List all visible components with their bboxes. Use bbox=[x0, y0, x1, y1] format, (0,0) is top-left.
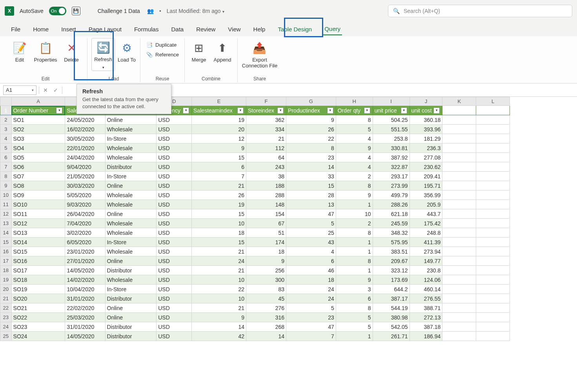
row-header[interactable]: 8 bbox=[0, 172, 12, 181]
cell[interactable]: 277.08 bbox=[410, 153, 442, 162]
cell[interactable] bbox=[476, 275, 510, 285]
cell[interactable]: Online bbox=[105, 181, 157, 191]
cell[interactable]: 24/05/2020 bbox=[65, 115, 105, 125]
cell[interactable] bbox=[442, 247, 476, 256]
document-name[interactable]: Challenge 1 Data bbox=[98, 8, 140, 14]
cell[interactable]: 9 bbox=[336, 191, 373, 200]
cell[interactable]: 4 bbox=[286, 247, 336, 256]
cell[interactable]: 209.41 bbox=[410, 172, 442, 181]
cell[interactable]: USD bbox=[157, 285, 192, 294]
cell[interactable]: USD bbox=[157, 162, 192, 172]
save-icon[interactable]: 💾 bbox=[72, 7, 80, 15]
col-G[interactable]: G bbox=[286, 97, 336, 106]
cell[interactable] bbox=[442, 153, 476, 162]
cell[interactable]: SO11 bbox=[11, 209, 65, 219]
cell[interactable]: SO24 bbox=[11, 332, 65, 341]
cell[interactable] bbox=[476, 106, 510, 115]
cell[interactable]: 188 bbox=[246, 181, 286, 191]
cell[interactable]: 5 bbox=[286, 303, 336, 313]
cell[interactable] bbox=[476, 125, 510, 134]
cell[interactable]: 322.87 bbox=[373, 162, 410, 172]
cell[interactable]: 67 bbox=[246, 219, 286, 228]
cell[interactable]: USD bbox=[157, 181, 192, 191]
cell[interactable]: 9/04/2020 bbox=[65, 162, 105, 172]
cell[interactable]: 10 bbox=[192, 275, 246, 285]
cell[interactable]: 14 bbox=[192, 322, 246, 332]
cell[interactable]: USD bbox=[157, 134, 192, 143]
cell[interactable]: 7 bbox=[192, 172, 246, 181]
cell[interactable]: 8 bbox=[286, 143, 336, 153]
cell[interactable]: Distributor bbox=[105, 332, 157, 341]
cell[interactable]: 5/05/2020 bbox=[65, 191, 105, 200]
cell[interactable] bbox=[442, 238, 476, 247]
cell[interactable]: USD bbox=[157, 115, 192, 125]
cell[interactable]: 24 bbox=[286, 294, 336, 303]
cell[interactable]: Online bbox=[105, 256, 157, 266]
cell[interactable]: 24 bbox=[192, 256, 246, 266]
table-header-cell[interactable]: unit cost▼ bbox=[410, 106, 442, 115]
cell[interactable] bbox=[476, 172, 510, 181]
cell[interactable]: 175.42 bbox=[410, 219, 442, 228]
cell[interactable]: 14/05/2020 bbox=[65, 266, 105, 275]
cell[interactable]: 256 bbox=[246, 266, 286, 275]
cell[interactable]: 1 bbox=[336, 266, 373, 275]
cell[interactable]: Wholesale bbox=[105, 219, 157, 228]
cell[interactable]: Online bbox=[105, 209, 157, 219]
cell[interactable]: USD bbox=[157, 313, 192, 322]
cell[interactable]: Distributor bbox=[105, 162, 157, 172]
cell[interactable]: 15 bbox=[192, 209, 246, 219]
cell[interactable] bbox=[442, 115, 476, 125]
cell[interactable]: 575.95 bbox=[373, 238, 410, 247]
cell[interactable]: 22 bbox=[286, 134, 336, 143]
cell[interactable]: 13 bbox=[286, 200, 336, 209]
cell[interactable]: 25/03/2020 bbox=[65, 313, 105, 322]
cell[interactable]: In-Store bbox=[105, 238, 157, 247]
cell[interactable] bbox=[442, 303, 476, 313]
cell[interactable]: USD bbox=[157, 322, 192, 332]
table-header-cell[interactable]: unit price▼ bbox=[373, 106, 410, 115]
cell[interactable]: 273.99 bbox=[373, 181, 410, 191]
cell[interactable]: USD bbox=[157, 153, 192, 162]
tab-page-layout[interactable]: Page Layout bbox=[87, 24, 123, 35]
cell[interactable]: 181.29 bbox=[410, 134, 442, 143]
cell[interactable]: 33 bbox=[286, 172, 336, 181]
cell[interactable] bbox=[476, 294, 510, 303]
cell[interactable]: SO12 bbox=[11, 219, 65, 228]
cell[interactable]: 288 bbox=[246, 191, 286, 200]
cell[interactable] bbox=[476, 200, 510, 209]
cell[interactable]: 22/02/2020 bbox=[65, 303, 105, 313]
cell[interactable]: 38 bbox=[246, 172, 286, 181]
spreadsheet-grid[interactable]: A B C D E F G H I J K L 1Order Number▼Sa… bbox=[0, 97, 577, 341]
cell[interactable]: 43 bbox=[286, 238, 336, 247]
cell[interactable]: 26/04/2020 bbox=[65, 209, 105, 219]
cell[interactable]: 387.18 bbox=[410, 322, 442, 332]
select-all-corner[interactable] bbox=[0, 97, 12, 106]
table-header-cell[interactable]: Storeindex▼ bbox=[246, 106, 286, 115]
cell[interactable]: SO22 bbox=[11, 313, 65, 322]
row-header[interactable]: 25 bbox=[0, 332, 12, 341]
cell[interactable]: 621.18 bbox=[373, 209, 410, 219]
cell[interactable]: 9 bbox=[192, 143, 246, 153]
reference-button[interactable]: 📎 Reference bbox=[144, 51, 180, 58]
tab-insert[interactable]: Insert bbox=[60, 24, 78, 35]
cell[interactable]: USD bbox=[157, 275, 192, 285]
cell[interactable]: 293.17 bbox=[373, 172, 410, 181]
cell[interactable]: SO18 bbox=[11, 275, 65, 285]
row-header[interactable]: 18 bbox=[0, 266, 12, 275]
cell[interactable]: 544.19 bbox=[373, 303, 410, 313]
cell[interactable]: 8 bbox=[336, 228, 373, 238]
tab-review[interactable]: Review bbox=[195, 24, 217, 35]
tab-data[interactable]: Data bbox=[169, 24, 185, 35]
tab-file[interactable]: File bbox=[9, 24, 22, 35]
cell[interactable]: 288.26 bbox=[373, 200, 410, 209]
cell[interactable] bbox=[442, 172, 476, 181]
cell[interactable] bbox=[442, 322, 476, 332]
cell[interactable]: 230.62 bbox=[410, 162, 442, 172]
cell[interactable]: 383.51 bbox=[373, 247, 410, 256]
cell[interactable]: Wholesale bbox=[105, 125, 157, 134]
cell[interactable] bbox=[442, 209, 476, 219]
last-modified-dropdown[interactable]: Last Modified: 8m ago bbox=[167, 8, 224, 14]
filter-dropdown-icon[interactable]: ▼ bbox=[183, 107, 189, 114]
cell[interactable]: 236.3 bbox=[410, 143, 442, 153]
cell[interactable]: 362 bbox=[246, 115, 286, 125]
